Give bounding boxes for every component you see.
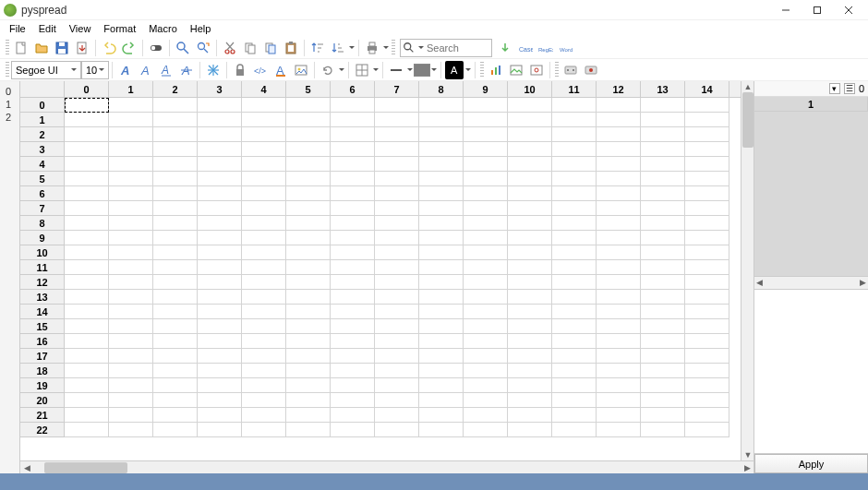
cell[interactable] xyxy=(641,172,685,186)
cell[interactable] xyxy=(641,290,685,305)
cell[interactable] xyxy=(375,245,419,260)
cell[interactable] xyxy=(419,113,464,127)
cell[interactable] xyxy=(153,186,198,201)
cell[interactable] xyxy=(685,334,729,349)
cell[interactable] xyxy=(597,290,641,305)
cell[interactable] xyxy=(552,231,597,245)
cell[interactable] xyxy=(198,423,242,437)
row-header[interactable]: 0 xyxy=(20,98,65,113)
cell[interactable] xyxy=(464,201,508,216)
cell[interactable] xyxy=(419,290,464,305)
cell[interactable] xyxy=(65,172,109,186)
toggle-icon[interactable] xyxy=(147,39,165,57)
cell[interactable] xyxy=(286,275,331,290)
cell[interactable] xyxy=(242,393,286,408)
cell[interactable] xyxy=(109,157,153,172)
cell[interactable] xyxy=(153,142,198,157)
row-header[interactable]: 19 xyxy=(20,378,65,393)
cell[interactable] xyxy=(641,186,685,201)
menu-file[interactable]: File xyxy=(4,22,31,35)
cell[interactable] xyxy=(375,98,419,113)
toolbar-grip[interactable] xyxy=(555,62,559,78)
row-header[interactable]: 1 xyxy=(20,113,65,127)
cell[interactable] xyxy=(65,334,109,349)
cell[interactable] xyxy=(331,378,375,393)
column-header[interactable]: 10 xyxy=(508,81,552,97)
cell[interactable] xyxy=(419,260,464,275)
cell[interactable] xyxy=(552,393,597,408)
cell[interactable] xyxy=(65,113,109,127)
cell[interactable] xyxy=(597,127,641,142)
cell[interactable] xyxy=(242,142,286,157)
sort-dropdown[interactable] xyxy=(348,39,356,57)
cell[interactable] xyxy=(109,408,153,423)
row-header[interactable]: 15 xyxy=(20,319,65,334)
regex-icon[interactable]: RegEx xyxy=(536,39,555,57)
cell[interactable] xyxy=(153,275,198,290)
cell[interactable] xyxy=(419,245,464,260)
cell[interactable] xyxy=(198,157,242,172)
cell[interactable] xyxy=(286,157,331,172)
panel-toggle-icon[interactable]: ▾ xyxy=(829,83,840,94)
cell[interactable] xyxy=(419,275,464,290)
cell[interactable] xyxy=(242,172,286,186)
cell[interactable] xyxy=(419,172,464,186)
cell[interactable] xyxy=(419,423,464,437)
horizontal-scrollbar[interactable]: ◀ ▶ xyxy=(20,460,753,473)
cell[interactable] xyxy=(419,334,464,349)
cell[interactable] xyxy=(552,98,597,113)
cell[interactable] xyxy=(65,157,109,172)
cell[interactable] xyxy=(65,142,109,157)
cell[interactable] xyxy=(286,393,331,408)
column-header[interactable]: 5 xyxy=(286,81,331,97)
cell[interactable] xyxy=(331,201,375,216)
cell[interactable] xyxy=(65,290,109,305)
cut-icon[interactable] xyxy=(221,39,239,57)
cell[interactable] xyxy=(109,290,153,305)
word-icon[interactable]: Word xyxy=(557,39,575,57)
row-header[interactable]: 20 xyxy=(20,393,65,408)
rotate-dropdown[interactable] xyxy=(338,61,345,79)
cell[interactable] xyxy=(641,260,685,275)
cell[interactable] xyxy=(198,245,242,260)
cell[interactable] xyxy=(685,231,729,245)
cell[interactable] xyxy=(419,349,464,364)
scroll-up-icon[interactable]: ▲ xyxy=(741,81,753,92)
italic-icon[interactable]: A xyxy=(137,61,155,79)
cell[interactable] xyxy=(198,201,242,216)
cell[interactable] xyxy=(286,260,331,275)
cell[interactable] xyxy=(375,408,419,423)
row-header[interactable]: 13 xyxy=(20,290,65,305)
cell[interactable] xyxy=(65,231,109,245)
cell[interactable] xyxy=(641,393,685,408)
cell[interactable] xyxy=(331,305,375,319)
cell[interactable] xyxy=(641,275,685,290)
cell[interactable] xyxy=(464,393,508,408)
cell[interactable] xyxy=(242,98,286,113)
cell[interactable] xyxy=(464,113,508,127)
row-header[interactable]: 3 xyxy=(20,142,65,157)
cell[interactable] xyxy=(65,364,109,378)
cell[interactable] xyxy=(685,349,729,364)
menu-format[interactable]: Format xyxy=(98,22,141,35)
cell[interactable] xyxy=(375,172,419,186)
scroll-down-icon[interactable]: ▼ xyxy=(741,449,753,460)
cell[interactable] xyxy=(109,113,153,127)
cell[interactable] xyxy=(641,113,685,127)
line-color-swatch[interactable] xyxy=(414,64,430,77)
cell[interactable] xyxy=(641,157,685,172)
cell[interactable] xyxy=(153,260,198,275)
cell[interactable] xyxy=(552,334,597,349)
cell[interactable] xyxy=(331,142,375,157)
cell[interactable] xyxy=(508,231,552,245)
freeze-icon[interactable] xyxy=(204,61,223,79)
vertical-scrollbar[interactable]: ▲ ▼ xyxy=(741,81,753,460)
cell[interactable] xyxy=(242,334,286,349)
cell[interactable] xyxy=(508,334,552,349)
scroll-left-icon[interactable]: ◀ xyxy=(756,278,763,287)
cell[interactable] xyxy=(331,423,375,437)
cell[interactable] xyxy=(464,245,508,260)
cell[interactable] xyxy=(419,408,464,423)
cell[interactable] xyxy=(242,378,286,393)
cell[interactable] xyxy=(242,408,286,423)
